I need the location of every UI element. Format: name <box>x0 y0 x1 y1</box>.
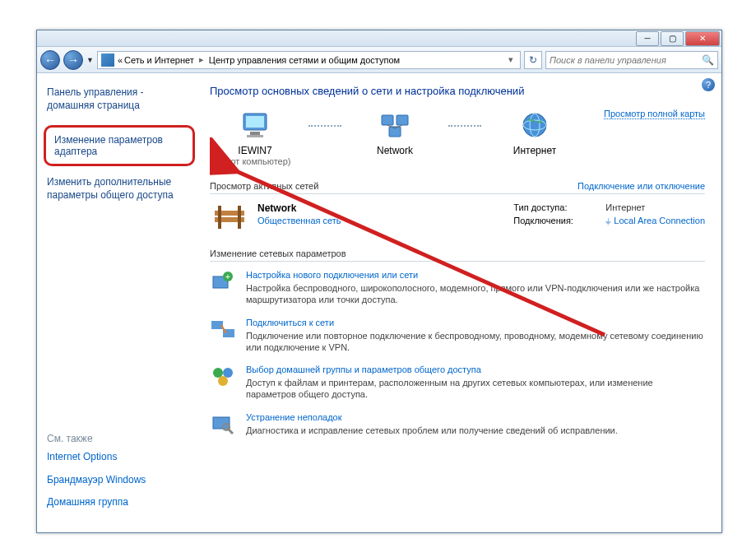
setting-homegroup[interactable]: Выбор домашней группы и параметров общег… <box>210 365 705 401</box>
view-full-map-link[interactable]: Просмотр полной карты <box>604 109 705 119</box>
svg-rect-3 <box>247 135 263 137</box>
close-button[interactable]: ✕ <box>685 31 720 46</box>
map-pc-name: IEWIN7 <box>210 145 300 156</box>
map-network: Network <box>350 109 440 156</box>
svg-rect-2 <box>250 132 260 135</box>
svg-point-23 <box>218 376 228 386</box>
svg-point-21 <box>213 368 223 378</box>
network-type-link[interactable]: Общественная сеть <box>257 216 341 225</box>
refresh-button[interactable]: ↻ <box>524 51 542 69</box>
setting-title: Выбор домашней группы и параметров общег… <box>246 365 705 374</box>
setting-connect-network[interactable]: Подключиться к сети Подключение или повт… <box>210 318 705 354</box>
sidebar-change-adapter-settings[interactable]: Изменение параметров адаптера <box>44 125 195 166</box>
sidebar-windows-firewall[interactable]: Брандмауэр Windows <box>47 474 192 487</box>
breadcrumb[interactable]: « Сеть и Интернет ▸ Центр управления сет… <box>97 51 521 69</box>
svg-rect-19 <box>211 321 223 329</box>
sidebar-see-also: См. также <box>47 433 192 444</box>
sidebar-internet-options[interactable]: Internet Options <box>47 451 192 464</box>
active-networks-section: Просмотр активных сетей Подключение или … <box>210 181 705 194</box>
breadcrumb-sep: ▸ <box>196 54 207 65</box>
setting-title: Устранение неполадок <box>246 412 618 422</box>
breadcrumb-dd-icon[interactable]: ▾ <box>505 54 517 65</box>
history-dropdown-icon[interactable]: ▼ <box>86 56 94 64</box>
active-networks-label: Просмотр активных сетей <box>210 181 318 191</box>
setting-desc: Подключение или повторное подключение к … <box>246 330 705 354</box>
setting-troubleshoot[interactable]: Устранение неполадок Диагностика и испра… <box>210 412 705 436</box>
sidebar-control-panel-home[interactable]: Панель управления - домашняя страница <box>47 86 192 112</box>
minimize-button[interactable]: ─ <box>636 31 659 46</box>
control-panel-icon <box>101 53 114 67</box>
search-input[interactable] <box>550 55 702 65</box>
sidebar-advanced-sharing[interactable]: Изменить дополнительные параметры общего… <box>47 176 192 202</box>
help-icon[interactable]: ? <box>702 78 715 91</box>
search-icon[interactable]: 🔍 <box>702 54 714 66</box>
control-panel-window: ─ ▢ ✕ ← → ▼ « Сеть и Интернет ▸ Центр уп… <box>36 30 722 533</box>
svg-point-9 <box>523 114 546 137</box>
connections-label: Подключения: <box>513 216 596 225</box>
globe-icon <box>489 109 580 142</box>
setting-title: Подключиться к сети <box>246 318 705 327</box>
troubleshoot-icon <box>210 412 236 435</box>
svg-rect-4 <box>382 115 393 125</box>
breadcrumb-prefix: « <box>118 55 123 65</box>
svg-rect-5 <box>397 115 408 125</box>
sidebar-homegroup[interactable]: Домашняя группа <box>47 496 192 509</box>
breadcrumb-current[interactable]: Центр управления сетями и общим доступом <box>209 55 400 65</box>
map-this-pc: IEWIN7 (этот компьютер) <box>210 109 300 166</box>
setting-desc: Доступ к файлам и принтерам, расположенн… <box>246 377 705 401</box>
forward-button[interactable]: → <box>63 50 83 70</box>
svg-text:+: + <box>225 272 230 281</box>
network-name: Network <box>257 202 341 214</box>
access-type-label: Тип доступа: <box>513 202 596 212</box>
titlebar: ─ ▢ ✕ <box>37 30 721 47</box>
network-map: IEWIN7 (этот компьютер) Network Интернет <box>210 109 705 166</box>
new-connection-icon: + <box>210 270 236 293</box>
access-type-value: Интернет <box>605 202 645 212</box>
network-icon <box>350 109 440 142</box>
svg-rect-15 <box>238 206 241 229</box>
homegroup-icon <box>210 365 236 388</box>
setting-desc: Настройка беспроводного, широкополосного… <box>246 282 705 306</box>
back-button[interactable]: ← <box>40 50 60 70</box>
connection-line <box>448 125 481 142</box>
content-area: Просмотр основных сведений о сети и наст… <box>202 73 721 532</box>
map-internet-label: Интернет <box>489 145 580 156</box>
svg-rect-14 <box>218 206 221 229</box>
map-internet: Интернет <box>489 109 580 156</box>
page-title: Просмотр основных сведений о сети и наст… <box>210 85 705 97</box>
connection-link[interactable]: ⏚ Local Area Connection <box>605 216 705 225</box>
maximize-button[interactable]: ▢ <box>661 31 684 46</box>
sidebar: Панель управления - домашняя страница Из… <box>37 73 202 532</box>
breadcrumb-parent[interactable]: Сеть и Интернет <box>124 55 194 65</box>
search-box[interactable]: 🔍 <box>545 51 718 69</box>
computer-icon <box>210 109 300 142</box>
map-network-label: Network <box>350 145 440 156</box>
active-network-item: Network Общественная сеть Тип доступа: И… <box>210 202 705 232</box>
connect-disconnect-link[interactable]: Подключение или отключение <box>577 181 705 191</box>
connect-network-icon <box>210 318 236 341</box>
network-settings-label: Изменение сетевых параметров <box>210 248 346 258</box>
svg-rect-1 <box>246 116 264 128</box>
navbar: ← → ▼ « Сеть и Интернет ▸ Центр управлен… <box>37 47 721 73</box>
setting-desc: Диагностика и исправление сетевых пробле… <box>246 425 618 436</box>
connection-line <box>308 125 341 142</box>
map-pc-sub: (этот компьютер) <box>210 156 300 166</box>
park-bench-icon <box>210 202 249 232</box>
svg-point-22 <box>223 368 233 378</box>
ethernet-icon: ⏚ <box>605 216 611 225</box>
network-settings-section: Изменение сетевых параметров <box>210 248 705 262</box>
setting-new-connection[interactable]: + Настройка нового подключения или сети … <box>210 270 705 306</box>
setting-title: Настройка нового подключения или сети <box>246 270 705 280</box>
